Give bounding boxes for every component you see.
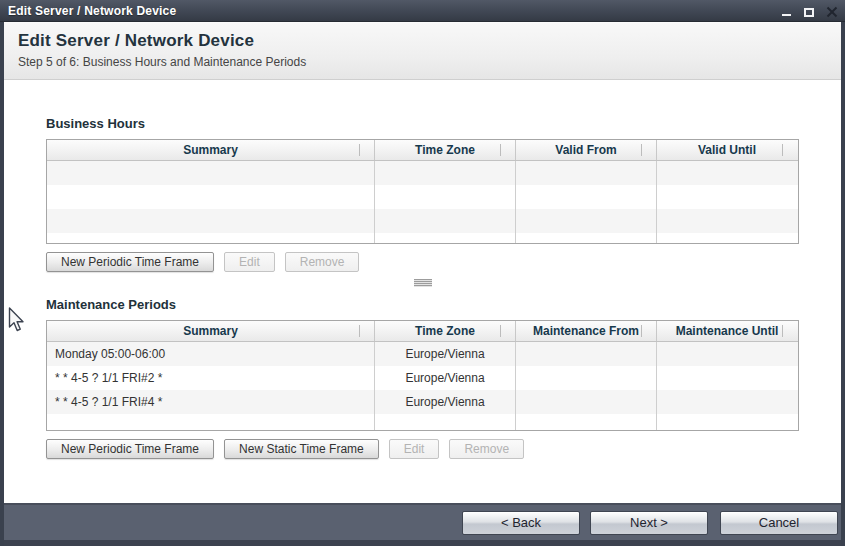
maintenance-periods-table: Summary Time Zone Maintenance From Maint… <box>46 320 799 431</box>
new-periodic-time-frame-button[interactable]: New Periodic Time Frame <box>46 252 214 272</box>
column-header-summary[interactable]: Summary <box>47 321 374 341</box>
cell-summary: * * 4-5 ? 1/1 FRI#4 * <box>47 390 374 414</box>
cell-maintenance-until <box>656 390 797 414</box>
column-header-valid-from[interactable]: Valid From <box>515 140 656 160</box>
edit-button[interactable]: Edit <box>389 439 440 459</box>
maintenance-periods-table-header: Summary Time Zone Maintenance From Maint… <box>47 321 798 342</box>
cell-maintenance-from <box>515 366 656 390</box>
edit-button[interactable]: Edit <box>224 252 275 272</box>
content-area: Business Hours Summary Time Zone Valid F… <box>4 80 841 503</box>
column-header-time-zone[interactable]: Time Zone <box>374 321 515 341</box>
maximize-icon <box>804 8 814 17</box>
business-hours-title: Business Hours <box>46 116 799 131</box>
column-header-maintenance-from[interactable]: Maintenance From <box>515 321 656 341</box>
table-row[interactable]: Monday 05:00-06:00 Europe/Vienna <box>47 342 798 366</box>
new-static-time-frame-button[interactable]: New Static Time Frame <box>224 439 379 459</box>
maintenance-periods-title: Maintenance Periods <box>46 297 799 312</box>
minimize-button[interactable] <box>779 4 793 18</box>
cancel-button[interactable]: Cancel <box>720 511 838 535</box>
cell-summary: * * 4-5 ? 1/1 FRI#2 * <box>47 366 374 390</box>
minimize-icon <box>782 14 791 16</box>
window-body: Edit Server / Network Device Step 5 of 6… <box>0 22 845 546</box>
table-row[interactable] <box>47 185 798 209</box>
cell-maintenance-until <box>656 366 797 390</box>
page-title: Edit Server / Network Device <box>18 31 841 51</box>
splitter-grip-icon[interactable] <box>414 279 432 287</box>
close-button[interactable] <box>825 4 839 18</box>
wizard-footer: < Back Next > Cancel <box>4 503 841 546</box>
next-button[interactable]: Next > <box>590 511 708 535</box>
cell-maintenance-from <box>515 390 656 414</box>
maximize-button[interactable] <box>802 4 816 18</box>
cell-maintenance-until <box>656 342 797 366</box>
business-hours-actions: New Periodic Time Frame Edit Remove <box>46 252 799 272</box>
table-row[interactable] <box>47 209 798 233</box>
maintenance-periods-actions: New Periodic Time Frame New Static Time … <box>46 439 799 459</box>
splitter[interactable] <box>46 276 799 290</box>
table-row[interactable]: * * 4-5 ? 1/1 FRI#4 * Europe/Vienna <box>47 390 798 414</box>
cell-time-zone: Europe/Vienna <box>374 366 515 390</box>
business-hours-table-header: Summary Time Zone Valid From Valid Until <box>47 140 798 161</box>
page-subtitle: Step 5 of 6: Business Hours and Maintena… <box>18 55 841 69</box>
business-hours-table: Summary Time Zone Valid From Valid Until <box>46 139 799 244</box>
column-header-summary[interactable]: Summary <box>47 140 374 160</box>
cell-time-zone: Europe/Vienna <box>374 342 515 366</box>
column-header-time-zone[interactable]: Time Zone <box>374 140 515 160</box>
table-row[interactable] <box>47 161 798 185</box>
table-row <box>47 233 798 243</box>
table-row[interactable]: * * 4-5 ? 1/1 FRI#2 * Europe/Vienna <box>47 366 798 390</box>
edit-server-dialog: Edit Server / Network Device Edit Server… <box>0 0 845 546</box>
remove-button[interactable]: Remove <box>449 439 524 459</box>
new-periodic-time-frame-button[interactable]: New Periodic Time Frame <box>46 439 214 459</box>
column-header-maintenance-until[interactable]: Maintenance Until <box>656 321 797 341</box>
back-button[interactable]: < Back <box>462 511 580 535</box>
window-title: Edit Server / Network Device <box>8 4 779 18</box>
column-header-valid-until[interactable]: Valid Until <box>656 140 797 160</box>
cell-time-zone: Europe/Vienna <box>374 390 515 414</box>
cell-summary: Monday 05:00-06:00 <box>47 342 374 366</box>
title-bar[interactable]: Edit Server / Network Device <box>0 0 845 22</box>
remove-button[interactable]: Remove <box>285 252 360 272</box>
close-icon <box>826 6 838 18</box>
cell-maintenance-from <box>515 342 656 366</box>
table-row <box>47 414 798 430</box>
wizard-header: Edit Server / Network Device Step 5 of 6… <box>4 22 841 80</box>
